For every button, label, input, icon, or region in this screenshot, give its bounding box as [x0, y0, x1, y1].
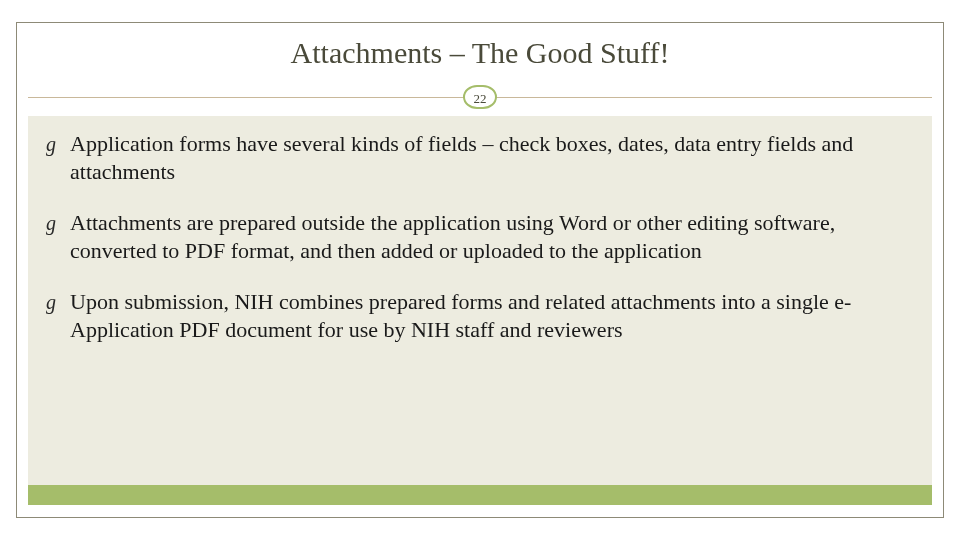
bullet-text: Attachments are prepared outside the app… — [70, 210, 835, 263]
bullet-icon: g — [46, 211, 56, 236]
slide-title: Attachments – The Good Stuff! — [0, 36, 960, 70]
bullet-icon: g — [46, 290, 56, 315]
list-item: g Application forms have several kinds o… — [46, 130, 908, 185]
slide: Attachments – The Good Stuff! 22 g Appli… — [0, 0, 960, 540]
page-number-badge: 22 — [463, 85, 497, 109]
bullet-icon: g — [46, 132, 56, 157]
accent-bar — [28, 485, 932, 505]
bullet-text: Upon submission, NIH combines prepared f… — [70, 289, 851, 342]
list-item: g Attachments are prepared outside the a… — [46, 209, 908, 264]
bullet-text: Application forms have several kinds of … — [70, 131, 853, 184]
bullet-list: g Application forms have several kinds o… — [46, 130, 908, 343]
content-panel: g Application forms have several kinds o… — [28, 116, 932, 485]
list-item: g Upon submission, NIH combines prepared… — [46, 288, 908, 343]
